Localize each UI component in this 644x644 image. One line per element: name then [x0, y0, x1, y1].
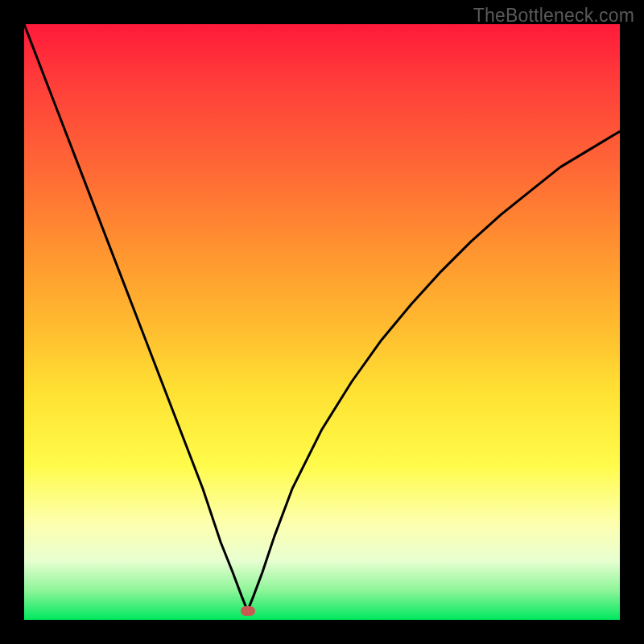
watermark-text: TheBottleneck.com — [473, 5, 634, 27]
chart-plot-area — [24, 24, 620, 620]
chart-curve-svg — [24, 24, 620, 620]
optimum-marker — [241, 606, 255, 616]
